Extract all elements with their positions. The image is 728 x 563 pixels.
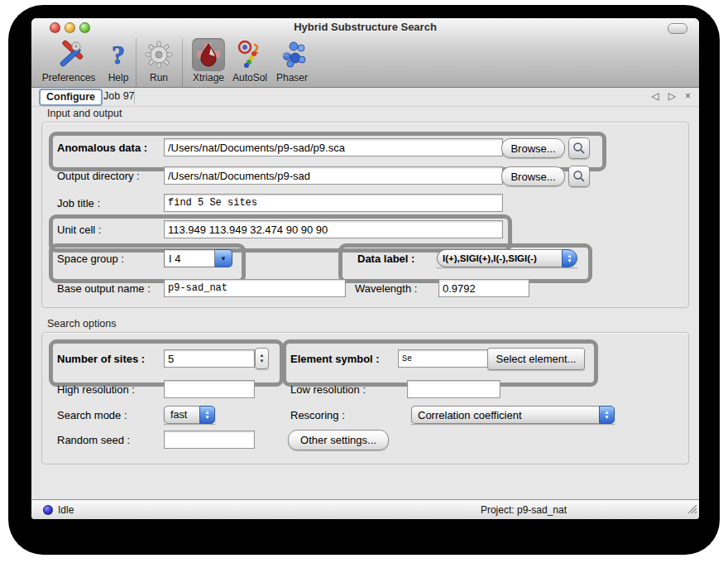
anomalous-data-input[interactable]	[164, 138, 503, 156]
wavelength-input[interactable]	[438, 279, 529, 297]
toolbar-toggle-button[interactable]	[668, 23, 687, 34]
number-of-sites-input[interactable]	[164, 349, 255, 368]
status-dot-icon	[43, 505, 53, 515]
high-resolution-label: High resolution :	[57, 383, 135, 396]
job-title-input[interactable]	[164, 194, 503, 212]
preferences-icon	[52, 38, 85, 71]
autosol-icon	[233, 38, 266, 71]
base-output-name-label: Base output name :	[57, 282, 151, 295]
space-group-combobox[interactable]: I 4 ▼	[164, 249, 232, 267]
number-of-sites-label: Number of sites :	[57, 353, 145, 365]
magnifier-icon	[572, 142, 586, 155]
preferences-label: Preferences	[42, 72, 96, 84]
random-seed-input[interactable]	[164, 431, 255, 449]
phaser-icon	[275, 38, 309, 71]
titlebar[interactable]: Hybrid Substructure Search	[31, 18, 699, 36]
element-symbol-input[interactable]	[398, 349, 489, 368]
number-of-sites-stepper[interactable]: ▲ ▼	[255, 348, 269, 369]
run-button[interactable]: Run	[141, 38, 177, 86]
tab-separator	[134, 89, 135, 104]
rescoring-label: Rescoring :	[290, 409, 345, 421]
anomalous-browse-button[interactable]: Browse...	[501, 138, 565, 158]
io-section-title: Input and output	[47, 108, 122, 119]
data-label-popup[interactable]: I(+),SIGI(+),I(-),SIGI(-) ▲▼	[437, 249, 577, 267]
data-label-label: Data label :	[357, 253, 414, 265]
help-icon: ?	[102, 38, 135, 71]
status-bar: Idle Project: p9-sad_nat	[31, 499, 699, 519]
high-resolution-input[interactable]	[164, 380, 255, 398]
anomalous-magnifier-button[interactable]	[568, 137, 590, 159]
select-element-button[interactable]: Select element...	[487, 348, 585, 370]
space-group-value[interactable]: I 4	[164, 249, 215, 267]
tab-back-icon[interactable]: ◁	[652, 90, 659, 102]
window-header: Hybrid Substructure Search Preferences	[31, 18, 699, 88]
other-settings-button[interactable]: Other settings...	[288, 430, 389, 450]
tab-configure[interactable]: Configure	[39, 89, 103, 106]
unit-cell-input[interactable]	[164, 220, 503, 238]
io-groupbox: Anomalous data : Browse... Output direct…	[41, 122, 689, 308]
search-mode-label: Search mode :	[57, 409, 127, 421]
screenshot-stage: Hybrid Substructure Search Preferences	[0, 0, 728, 563]
search-mode-value: fast	[164, 406, 199, 424]
data-label-value: I(+),SIGI(+),I(-),SIGI(-)	[437, 249, 562, 267]
status-text: Idle	[58, 504, 74, 516]
unit-cell-label: Unit cell :	[57, 224, 101, 236]
autosol-label: AutoSol	[232, 72, 267, 84]
toolbar: Preferences ? Help	[31, 36, 699, 87]
autosol-button[interactable]: AutoSol	[227, 38, 273, 86]
tab-close-icon[interactable]: ×	[685, 90, 691, 102]
output-magnifier-button[interactable]	[568, 166, 590, 187]
run-icon	[142, 38, 175, 71]
combo-dropdown-icon[interactable]: ▼	[215, 249, 232, 267]
output-directory-input[interactable]	[164, 166, 503, 185]
xtriage-icon	[192, 38, 225, 71]
window-title: Hybrid Substructure Search	[31, 21, 699, 33]
preferences-button[interactable]: Preferences	[36, 38, 101, 86]
help-label: Help	[108, 72, 129, 84]
element-symbol-label: Element symbol :	[290, 353, 380, 365]
low-resolution-input[interactable]	[407, 380, 500, 398]
phaser-button[interactable]: Phaser	[271, 38, 313, 86]
app-window: Hybrid Substructure Search Preferences	[31, 18, 699, 519]
base-output-name-input[interactable]	[164, 279, 346, 297]
resize-grip[interactable]	[687, 503, 697, 517]
output-directory-label: Output directory :	[57, 170, 140, 182]
wavelength-label: Wavelength :	[355, 282, 417, 295]
low-resolution-label: Low resolution :	[290, 383, 366, 396]
xtriage-button[interactable]: Xtriage	[185, 38, 232, 86]
search-mode-popup[interactable]: fast ▲▼	[164, 406, 215, 424]
popup-stepper-icon: ▲▼	[599, 406, 615, 424]
search-section-title: Search options	[47, 318, 116, 330]
phaser-label: Phaser	[276, 72, 308, 84]
tab-strip: Configure Job 97 ◁ ▷ ×	[31, 88, 699, 107]
anomalous-data-label: Anomalous data :	[57, 142, 147, 154]
stepper-down-icon[interactable]: ▼	[260, 358, 265, 364]
project-label: Project: p9-sad_nat	[481, 504, 567, 516]
popup-stepper-icon: ▲▼	[562, 249, 577, 267]
toolbar-separator	[182, 38, 183, 87]
svg-text:?: ?	[112, 40, 125, 70]
space-group-label: Space group :	[57, 253, 124, 265]
output-browse-button[interactable]: Browse...	[501, 166, 565, 186]
rescoring-popup[interactable]: Correlation coefficient ▲▼	[411, 406, 615, 424]
help-button[interactable]: ? Help	[101, 38, 136, 86]
toolbar-separator	[136, 38, 136, 87]
popup-stepper-icon: ▲▼	[199, 406, 215, 424]
random-seed-label: Random seed :	[57, 434, 130, 446]
magnifier-icon	[572, 170, 586, 183]
tab-forward-icon[interactable]: ▷	[668, 90, 676, 102]
xtriage-label: Xtriage	[193, 72, 224, 84]
stepper-up-icon[interactable]: ▲	[260, 353, 265, 358]
search-groupbox: Number of sites : ▲ ▼ Element symbol : S…	[41, 332, 689, 464]
run-label: Run	[150, 72, 168, 84]
rescoring-value: Correlation coefficient	[411, 406, 599, 424]
job-title-label: Job title :	[57, 197, 100, 209]
